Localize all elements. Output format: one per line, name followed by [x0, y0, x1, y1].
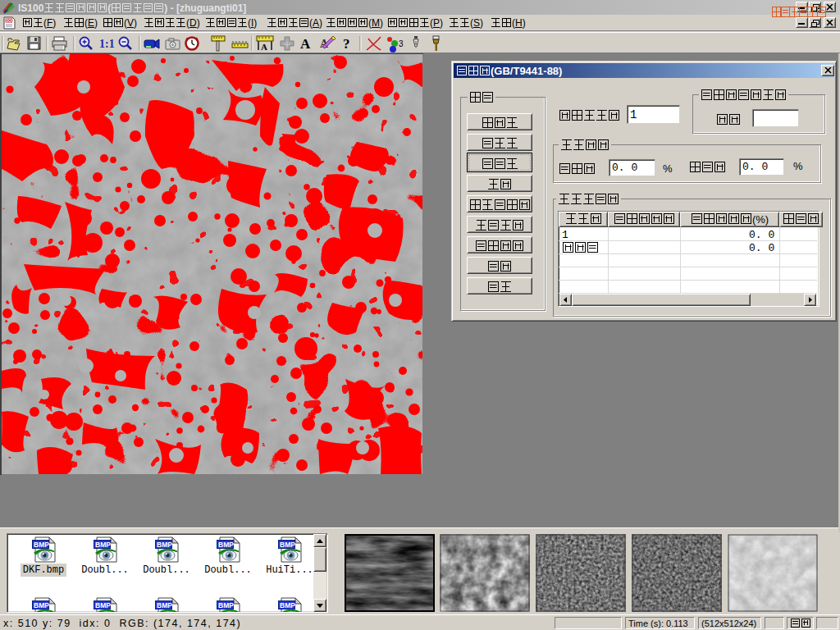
- svg-text:A: A: [300, 36, 311, 52]
- svg-text:?: ?: [343, 36, 350, 52]
- svg-text:A: A: [261, 42, 267, 52]
- svg-text:1:1: 1:1: [99, 38, 115, 50]
- svg-text:3: 3: [399, 39, 404, 48]
- svg-text:DOC: DOC: [6, 19, 15, 23]
